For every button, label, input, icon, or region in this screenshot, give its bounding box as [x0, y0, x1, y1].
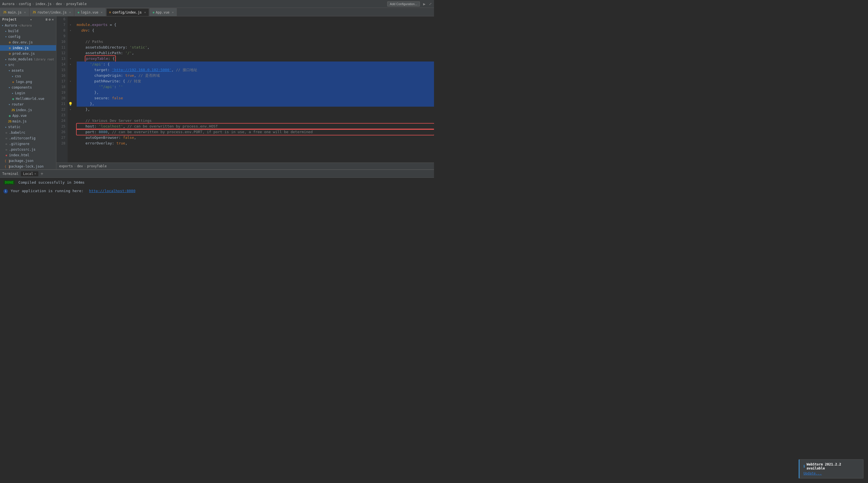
tree-item-router-index[interactable]: JS index.js: [0, 107, 56, 113]
tab-close-icon[interactable]: ✕: [34, 172, 36, 175]
code-line-22: },: [76, 107, 434, 112]
fold-icon-14[interactable]: ▾: [70, 63, 71, 66]
breadcrumb-sep2: ›: [32, 2, 34, 6]
token-localhost-str: 'localhost': [99, 123, 123, 129]
line-num-11: 11: [56, 45, 68, 50]
file-icon-dotfile: ▫: [4, 148, 8, 151]
add-configuration-button[interactable]: Add Configuration...: [387, 1, 420, 6]
fold-icon-13[interactable]: ▾: [70, 57, 71, 60]
settings-icon[interactable]: ⚙: [49, 18, 51, 22]
sidebar-header: Project ▾ ≡ ⚙ ✕: [0, 17, 56, 23]
tree-label: .gitignore: [9, 142, 29, 146]
tree-item-node-modules[interactable]: node_modules library root: [0, 56, 56, 62]
fold-icon-7[interactable]: ▾: [70, 23, 71, 26]
tree-item-prod-env[interactable]: ⚙ prod.env.js: [0, 51, 56, 56]
tree-item-css[interactable]: css: [0, 73, 56, 79]
tree-item-build[interactable]: build: [0, 28, 56, 34]
tree-item-babelrc[interactable]: ▫ .babelrc: [0, 130, 56, 135]
status-sep1: ›: [74, 164, 76, 168]
bulb-icon[interactable]: 💡: [68, 102, 73, 106]
tree-item-dev-env[interactable]: ⚙ dev.env.js: [0, 39, 56, 45]
tree-item-config[interactable]: config: [0, 34, 56, 39]
tree-item-postcssrc[interactable]: ▫ .postcssrc.js: [0, 147, 56, 152]
project-dropdown-icon[interactable]: ▾: [30, 18, 32, 21]
token-port-num: 8080: [99, 129, 107, 135]
breadcrumb-sep1: ›: [16, 2, 18, 6]
close-sidebar-icon[interactable]: ✕: [52, 18, 54, 22]
tree-item-components[interactable]: components: [0, 85, 56, 90]
tab-close-icon[interactable]: ✕: [24, 11, 26, 14]
file-icon-gear: ⚙: [8, 52, 11, 56]
top-bar: Aurora › config › index.js › dev › proxy…: [0, 0, 434, 8]
code-line-20: secure: false: [76, 95, 434, 101]
tree-label: .babelrc: [9, 131, 25, 135]
tree-item-assets[interactable]: assets: [0, 68, 56, 73]
line-num-25: 25: [56, 123, 68, 129]
tab-close-icon[interactable]: ✕: [144, 11, 146, 14]
tab-vue-icon: ◉: [78, 11, 79, 14]
tree-item-package-lock[interactable]: { } package-lock.json: [0, 164, 56, 169]
code-editor: 6 7 8 9 10 11 12 13 14 15 16 17 18 19 20…: [56, 17, 434, 169]
tab-close-icon[interactable]: ✕: [172, 11, 174, 14]
tab-app-vue[interactable]: ◉ App.vue ✕: [150, 8, 177, 16]
fold-icon-17[interactable]: ▾: [70, 80, 71, 83]
code-line-25: host: 'localhost', // can be overwritten…: [76, 123, 434, 129]
tree-item-gitignore[interactable]: ▫ .gitignore: [0, 141, 56, 147]
tree-item-editorconfig[interactable]: ▫ .editorconfig: [0, 135, 56, 141]
tree-label: static: [8, 125, 20, 129]
line-num-15: 15: [56, 67, 68, 73]
collapse-all-icon[interactable]: ≡: [45, 18, 48, 22]
tree-item-index-html[interactable]: ◈ index.html: [0, 152, 56, 158]
tab-login-vue[interactable]: ◉ login.vue ✕: [74, 8, 105, 16]
terminal-add-tab[interactable]: +: [40, 171, 43, 176]
line-num-24: 24: [56, 118, 68, 123]
file-icon-json: { }: [4, 159, 8, 163]
tree-item-router[interactable]: router: [0, 102, 56, 107]
tree-item-helloworld[interactable]: ◉ HelloWorld.vue: [0, 96, 56, 102]
tree-item-aurora[interactable]: Aurora ~/Aurora: [0, 23, 56, 28]
line-num-21: 21: [56, 101, 68, 107]
code-content[interactable]: module.exports = { dev: { // Paths asset…: [73, 17, 434, 163]
tree-item-src[interactable]: src: [0, 62, 56, 68]
file-icon-vue: ◉: [11, 97, 15, 101]
tree-item-login[interactable]: Login: [0, 90, 56, 96]
code-line-13: proxyTable: {: [76, 56, 434, 61]
tree-label: HelloWorld.vue: [16, 97, 44, 101]
token-target-url: 'http://192.168.0.102:5000': [112, 67, 172, 73]
fold-icon-22[interactable]: ▾: [70, 108, 71, 111]
tree-item-logo[interactable]: ◈ logo.png: [0, 79, 56, 85]
file-tree-sidebar: Project ▾ ≡ ⚙ ✕ Aurora ~/Aurora build co…: [0, 17, 56, 169]
file-icon-gear: ⚙: [8, 40, 11, 44]
tab-main-js[interactable]: JS main.js ✕: [0, 8, 29, 16]
tab-router-index[interactable]: JS router/index.js ✕: [30, 8, 74, 16]
tree-item-index-js[interactable]: ⚙ index.js: [0, 45, 56, 51]
file-icon-dotfile: ▫: [4, 131, 8, 135]
tab-close-icon[interactable]: ✕: [101, 11, 102, 14]
tree-item-package-json[interactable]: { } package.json: [0, 158, 56, 164]
tree-label: package-lock.json: [9, 165, 44, 168]
token-false: false: [112, 95, 123, 101]
token-comment-cn3: // 转发: [125, 79, 141, 84]
tab-close-icon[interactable]: ✕: [69, 11, 71, 14]
token-dev: dev: [81, 28, 88, 33]
done-badge: DONE: [3, 180, 15, 185]
tree-label: assets: [11, 68, 24, 73]
tab-config-index[interactable]: ⚙ config/index.js ✕: [106, 8, 149, 16]
tree-label: css: [15, 74, 21, 78]
terminal-tab-local[interactable]: Local ✕: [21, 171, 38, 176]
tab-label: login.vue: [81, 10, 98, 15]
app-url-link[interactable]: http://localhost:8080: [89, 189, 135, 193]
fold-icon-8[interactable]: ▾: [70, 29, 71, 32]
tree-item-static[interactable]: static: [0, 124, 56, 130]
code-line-23: [76, 112, 434, 118]
line-num-13: 13: [56, 56, 68, 61]
token-true: true: [125, 73, 134, 79]
line-num-7: 7: [56, 22, 68, 28]
tree-badge: library root: [34, 58, 54, 61]
tree-item-app-vue[interactable]: ◉ App.vue: [0, 113, 56, 118]
tree-item-main-js[interactable]: JS main.js: [0, 118, 56, 124]
folder-open-icon: [8, 86, 11, 89]
sidebar-title: Project: [2, 18, 17, 22]
token-comment-cn2: // 是否跨域: [136, 73, 159, 79]
code-line-10: // Paths: [76, 39, 434, 45]
